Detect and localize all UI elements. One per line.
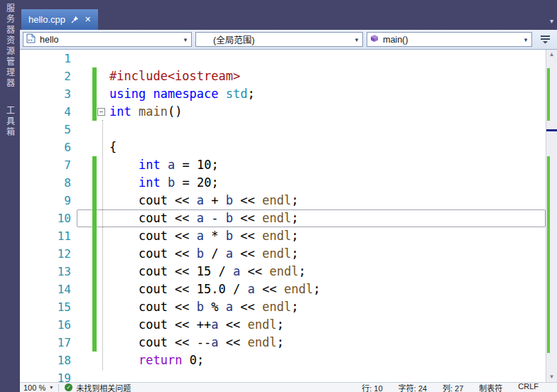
line-number[interactable]: 4 [20, 103, 77, 121]
line-number[interactable]: 3 [20, 85, 77, 103]
selection-margin [77, 121, 92, 138]
selection-margin [77, 192, 92, 209]
collapse-toggle-icon[interactable]: − [97, 108, 105, 116]
line-number[interactable]: 19 [20, 369, 77, 382]
code-line[interactable]: 17 cout << --a << endl; [20, 334, 546, 352]
code-line[interactable]: 8 int b = 20; [20, 174, 546, 192]
code-line[interactable]: 10 cout << a - b << endl; [20, 209, 546, 227]
col-indicator[interactable]: 列: 27 [443, 382, 463, 392]
navigation-bar: ++ hello ▾ (全局范围) ▾ main() ▾ [20, 30, 557, 50]
line-number[interactable]: 10 [20, 209, 77, 227]
line-number[interactable]: 6 [20, 138, 77, 156]
char-indicator[interactable]: 字符: 24 [399, 382, 427, 392]
code-line[interactable]: 18 return 0; [20, 352, 546, 369]
scrollbar-caret-marker [546, 129, 557, 131]
code-line[interactable]: 13 cout << 15 / a << endl; [20, 263, 546, 281]
code-text: cout << --a << endl; [108, 334, 284, 352]
fold-margin: − [97, 103, 108, 121]
close-icon[interactable]: ✕ [85, 16, 91, 23]
editor-lines[interactable]: 12#include<iostream>3using namespace std… [20, 50, 546, 382]
split-window-button[interactable] [536, 35, 554, 44]
selection-margin [77, 85, 92, 103]
fold-margin [97, 67, 108, 85]
tab-hello-cpp[interactable]: hello.cpp ✕ [21, 9, 98, 30]
selection-margin [77, 209, 92, 227]
line-number[interactable]: 2 [20, 67, 77, 85]
line-number[interactable]: 16 [20, 316, 77, 334]
code-line[interactable]: 6{ [20, 138, 546, 156]
scroll-down-icon[interactable]: ▼ [546, 372, 557, 382]
line-number[interactable]: 1 [20, 50, 77, 67]
code-line[interactable]: 1 [20, 50, 546, 67]
selection-margin [77, 103, 92, 121]
scope-dropdown[interactable]: (全局范围) ▾ [195, 32, 363, 47]
line-number[interactable]: 13 [20, 263, 77, 281]
check-circle-icon: ✓ [65, 383, 72, 391]
app-window: 服务器资源管理器 工具箱 hello.cpp ✕ ▾ ++ hello ▾ [0, 0, 557, 392]
statusbar-divider [58, 384, 59, 391]
code-line[interactable]: 14 cout << 15.0 / a << endl; [20, 281, 546, 298]
document-health-indicator[interactable]: ✓ 未找到相关问题 [65, 382, 131, 392]
left-tool-sidebar: 服务器资源管理器 工具箱 [0, 0, 20, 392]
code-text: cout << 15 / a << endl; [108, 263, 305, 281]
selection-margin [77, 352, 92, 369]
line-number[interactable]: 8 [20, 174, 77, 192]
code-line[interactable]: 3using namespace std; [20, 85, 546, 103]
line-number[interactable]: 18 [20, 352, 77, 369]
eol-indicator[interactable]: CRLF [518, 382, 539, 392]
line-number[interactable]: 11 [20, 227, 77, 245]
fold-margin [97, 227, 108, 245]
fold-margin [97, 334, 108, 352]
chevron-down-icon[interactable]: ▾ [180, 36, 191, 43]
line-number[interactable]: 15 [20, 298, 77, 316]
fold-margin [97, 263, 108, 281]
sidebar-item-server-explorer[interactable]: 服务器资源管理器 [4, 4, 16, 89]
sidebar-item-toolbox[interactable]: 工具箱 [4, 106, 16, 138]
scrollbar-change-marker [547, 68, 550, 121]
selection-margin [77, 50, 92, 67]
line-indicator[interactable]: 行: 10 [362, 382, 382, 392]
code-line[interactable]: 2#include<iostream> [20, 67, 546, 85]
code-text: cout << b % a << endl; [108, 298, 298, 316]
chevron-down-icon[interactable]: ▾ [351, 36, 362, 43]
line-number[interactable]: 14 [20, 281, 77, 298]
fold-margin [97, 245, 108, 263]
selection-margin [77, 281, 92, 298]
code-line[interactable]: 15 cout << b % a << endl; [20, 298, 546, 316]
code-line[interactable]: 7 int a = 10; [20, 156, 546, 174]
code-editor: 12#include<iostream>3using namespace std… [20, 50, 557, 382]
code-line[interactable]: 19 [20, 369, 546, 382]
line-number[interactable]: 9 [20, 192, 77, 209]
code-text: cout << a + b << endl; [108, 192, 298, 209]
code-text: cout << b / a << endl; [108, 245, 298, 263]
fold-margin [97, 192, 108, 209]
tabs-indicator[interactable]: 制表符 [479, 382, 502, 392]
fold-margin [97, 121, 108, 138]
line-number[interactable]: 5 [20, 121, 77, 138]
member-dropdown[interactable]: main() ▾ [367, 32, 532, 47]
method-cube-icon [370, 34, 379, 45]
document-tab-strip: hello.cpp ✕ ▾ [20, 0, 557, 30]
code-line[interactable]: 11 cout << a * b << endl; [20, 227, 546, 245]
scroll-up-icon[interactable]: ▲ [546, 50, 557, 60]
line-number[interactable]: 12 [20, 245, 77, 263]
code-line[interactable]: 12 cout << b / a << endl; [20, 245, 546, 263]
chevron-down-icon[interactable]: ▾ [50, 384, 53, 391]
zoom-value: 100 % [23, 383, 45, 392]
chevron-down-icon[interactable]: ▾ [520, 36, 531, 43]
pin-icon[interactable] [71, 16, 79, 23]
fold-margin [97, 352, 108, 369]
line-number[interactable]: 7 [20, 156, 77, 174]
line-number[interactable]: 17 [20, 334, 77, 352]
vertical-scrollbar[interactable]: ▲ ▼ [546, 50, 557, 382]
zoom-control[interactable]: 100 % ▾ [23, 383, 53, 392]
code-line[interactable]: 16 cout << ++a << endl; [20, 316, 546, 334]
code-line[interactable]: 5 [20, 121, 546, 138]
selection-margin [77, 263, 92, 281]
project-dropdown[interactable]: ++ hello ▾ [23, 32, 192, 47]
fold-margin [97, 316, 108, 334]
tab-list-chevron-icon[interactable]: ▾ [550, 17, 553, 25]
selection-margin [77, 369, 92, 382]
code-line[interactable]: 9 cout << a + b << endl; [20, 192, 546, 209]
code-line[interactable]: 4−int main() [20, 103, 546, 121]
